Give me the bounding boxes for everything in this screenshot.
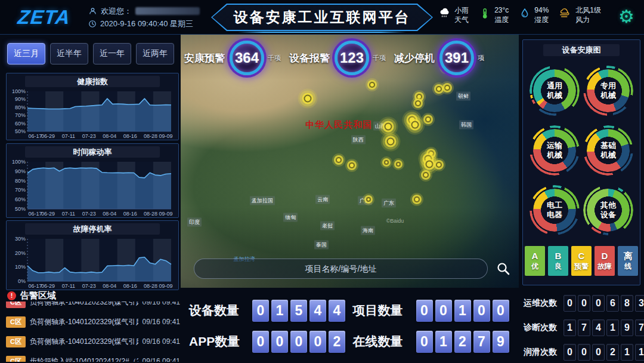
project-map-marker[interactable] [436, 86, 442, 92]
project-map-marker[interactable] [336, 157, 342, 163]
project-map-marker[interactable] [369, 82, 375, 88]
health-gauge-其他设备[interactable]: 其他设备 [583, 185, 633, 235]
svg-text:09-09: 09-09 [159, 211, 172, 217]
digit-cell: 2 [606, 344, 619, 361]
digit-cell: 0 [252, 300, 269, 322]
health-gauge-通用机械[interactable]: 通用机械 [530, 66, 580, 116]
counter-digits: 01544 [252, 300, 345, 322]
project-map-marker[interactable] [366, 197, 371, 202]
project-map-marker[interactable] [426, 161, 434, 168]
kpi-circle: 364 [230, 41, 264, 75]
gauge-label: 基础机械 [583, 125, 633, 176]
time-filter-2years[interactable]: 近两年 [136, 43, 174, 64]
time-filter-1year[interactable]: 近一年 [93, 43, 131, 64]
kpi-label: 设备报警 [289, 51, 330, 65]
project-map-marker[interactable] [415, 100, 421, 106]
digit-cell: 1 [621, 344, 633, 361]
map-region-label: 云南 [315, 195, 330, 204]
health-gauge-基础机械[interactable]: 基础机械 [583, 125, 633, 176]
svg-text:06-17: 06-17 [28, 283, 42, 289]
digit-cell: 3 [635, 295, 644, 312]
svg-text:80%: 80% [15, 104, 26, 110]
alert-row[interactable]: C区 负荷侧轴承-10401202329(煤气引风机电... 09/16 09:… [6, 334, 180, 349]
health-gauge-运输机械[interactable]: 运输机械 [530, 125, 580, 176]
china-map[interactable]: 安康预警 364 千项 设备报警 123 千项 减少停机 391 项 中华人民共… [181, 35, 519, 288]
digit-cell: 0 [578, 295, 590, 312]
time-utilization-panel: 时间稼动率 50%60%70%80%90%100%06-1706-2907-11… [6, 143, 179, 218]
kpi-health-warning: 安康预警 364 千项 [184, 41, 289, 75]
project-map-marker[interactable] [414, 196, 420, 202]
gauge-label: 电工电器 [530, 185, 580, 235]
datetime-text: 2020-9-16 09:40:40 星期三 [100, 19, 193, 29]
health-gauge-电工电器[interactable]: 电工电器 [530, 185, 580, 235]
alert-zone-badge: C区 [6, 316, 26, 328]
search-icon[interactable] [496, 262, 510, 276]
svg-text:09-09: 09-09 [159, 133, 172, 139]
counter-label: 润滑次数 [524, 347, 558, 358]
health-gauge-专用机械[interactable]: 专用机械 [583, 66, 633, 116]
kpi-value: 364 [235, 50, 259, 66]
alert-row[interactable]: C区 齿轮箱输入端-10401202412(2#（2V）... 09/16 09… [6, 354, 180, 362]
alert-area-header: 告警区域 [7, 290, 56, 302]
digit-cell: 0 [309, 331, 326, 353]
svg-text:70%: 70% [15, 187, 26, 193]
project-map-marker[interactable] [386, 137, 394, 145]
svg-text:0%: 0% [18, 278, 26, 284]
project-map-marker[interactable] [425, 116, 431, 122]
alert-time: 09/16 09:41 [143, 337, 180, 346]
legend-cell-A: A优 [525, 246, 545, 276]
digit-cell: 1 [635, 344, 644, 361]
digit-cell: 7 [635, 319, 644, 336]
svg-text:07-23: 07-23 [82, 133, 96, 139]
kpi-circle: 123 [335, 41, 369, 75]
project-map-marker[interactable] [385, 123, 392, 131]
map-region-label: 老挝 [320, 222, 335, 230]
map-region-label: 广东 [382, 198, 396, 207]
time-filter-6months[interactable]: 近半年 [50, 43, 88, 64]
alert-row[interactable]: C区 负荷侧轴承-10401202329(煤气引风机电... 09/16 09:… [6, 302, 180, 309]
kpi-circle: 391 [439, 41, 474, 75]
digit-cell: 0 [592, 295, 605, 312]
health-index-panel: 健康指数 50%60%70%80%90%100%06-1706-2907-110… [6, 73, 179, 140]
weather-label: 湿度 [534, 15, 549, 24]
weather-item: 94% 湿度 [518, 5, 549, 24]
counter-label: 诊断次数 [524, 322, 558, 333]
digit-cell: 1 [454, 300, 471, 322]
health-legend: A优B良C预警D故障离线 [523, 246, 640, 276]
svg-text:07-11: 07-11 [62, 133, 75, 139]
gauge-label: 通用机械 [530, 66, 580, 116]
time-filter-3months[interactable]: 近三月 [7, 43, 45, 64]
project-map-marker[interactable] [396, 162, 401, 167]
project-map-marker[interactable] [304, 94, 311, 102]
settings-gear-icon[interactable]: ⚙ [618, 5, 634, 28]
svg-text:60%: 60% [15, 121, 26, 127]
project-search-input[interactable] [194, 259, 487, 278]
weather-bar: 小雨 天气 23°c 温度 94% 湿度 北风1级 风力 [438, 5, 601, 24]
digit-cell: 0 [592, 344, 605, 361]
project-map-marker[interactable] [436, 162, 442, 168]
alert-list[interactable]: C区 负荷侧轴承-10401202329(煤气引风机电... 09/16 09:… [6, 302, 180, 362]
kpi-value: 123 [340, 50, 364, 66]
failure-downtime-chart: 0%10%20%30%06-1706-2907-1107-2308-0408-1… [10, 236, 175, 289]
device-counters: 设备数量01544项目数量00100APP数量00002在线数量01279 [181, 290, 519, 363]
chart-title: 时间稼动率 [25, 146, 160, 158]
weather-item: 小雨 天气 [438, 5, 469, 24]
svg-text:08-28: 08-28 [144, 283, 157, 289]
digit-cell: 4 [592, 319, 605, 336]
project-map-marker[interactable] [411, 121, 419, 129]
svg-text:06-17: 06-17 [28, 211, 42, 217]
svg-text:06-29: 06-29 [41, 133, 55, 139]
weather-value: 23°c [494, 5, 509, 15]
project-map-marker[interactable] [423, 172, 429, 178]
weather-value: 94% [534, 5, 549, 15]
alert-row[interactable]: C区 负荷侧轴承-10401202329(煤气引风机电... 09/16 09:… [6, 315, 180, 329]
project-map-marker[interactable] [384, 160, 389, 165]
map-region-label: 缅甸 [283, 213, 298, 222]
counter-digits: 000211 [564, 344, 644, 361]
map-search-row [194, 258, 510, 279]
svg-text:08-04: 08-04 [103, 283, 116, 289]
project-map-marker[interactable] [444, 85, 450, 91]
project-map-marker[interactable] [416, 94, 422, 100]
project-map-marker[interactable] [349, 162, 355, 168]
svg-text:06-29: 06-29 [41, 211, 55, 217]
